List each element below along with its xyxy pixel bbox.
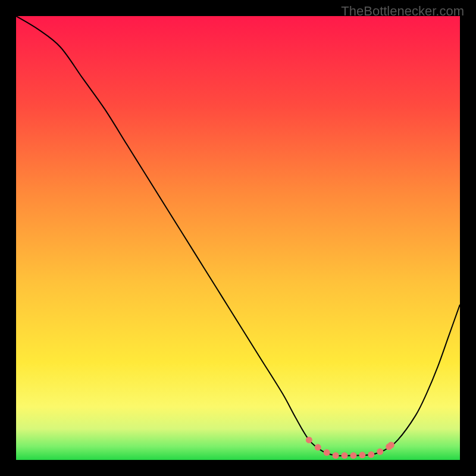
optimal-marker xyxy=(350,452,356,459)
optimal-marker xyxy=(315,444,321,450)
optimal-marker xyxy=(359,452,365,458)
chart-background xyxy=(16,16,460,460)
optimal-marker xyxy=(342,452,348,459)
watermark-text: TheBottlenecker.com xyxy=(341,4,464,19)
optimal-marker xyxy=(368,452,374,458)
bottleneck-chart xyxy=(16,16,460,460)
optimal-marker xyxy=(377,449,383,455)
optimal-marker xyxy=(333,452,339,459)
optimal-marker xyxy=(388,442,394,449)
optimal-marker xyxy=(306,437,312,443)
chart-frame xyxy=(16,16,460,460)
optimal-marker xyxy=(324,449,330,456)
